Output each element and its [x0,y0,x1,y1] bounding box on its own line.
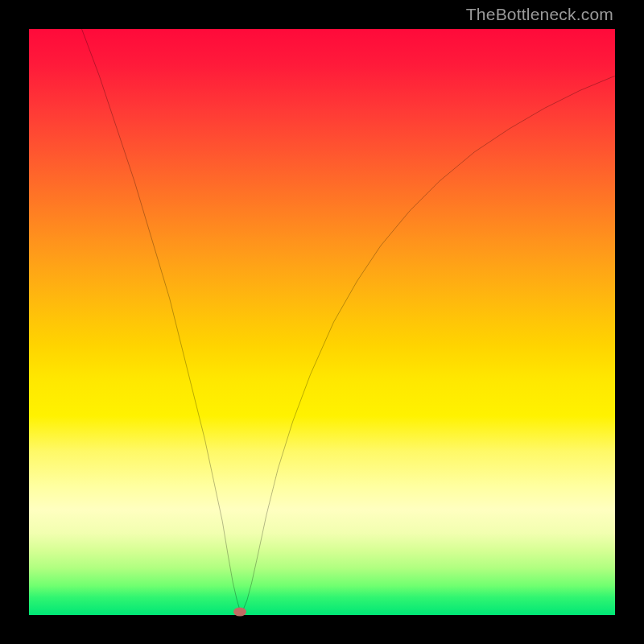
plot-area [29,29,615,615]
watermark-text: TheBottleneck.com [466,5,613,24]
chart-frame: TheBottleneck.com [0,0,644,644]
bottleneck-curve [29,29,615,615]
optimal-point-marker [233,607,246,616]
